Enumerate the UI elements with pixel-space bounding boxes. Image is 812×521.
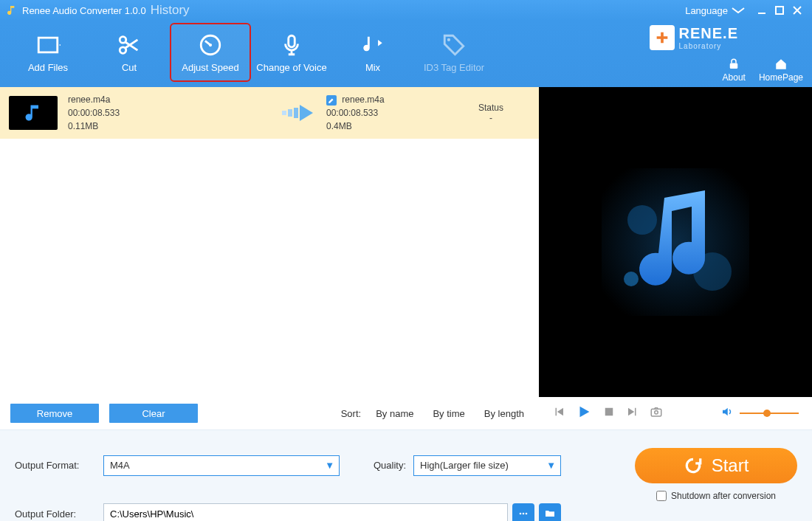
change-voice-label: Change of Voice [256, 62, 326, 73]
id3-editor-button[interactable]: ID3 Tag Editor [413, 23, 495, 82]
app-logo-icon [6, 4, 18, 16]
volume-slider[interactable] [740, 413, 799, 414]
refresh-icon [684, 456, 703, 475]
scissors-icon [117, 32, 142, 58]
preview-panel [539, 87, 812, 397]
output-file-name: renee.m4a [342, 94, 384, 105]
output-duration: 00:00:08.533 [326, 106, 452, 120]
svg-rect-10 [730, 63, 738, 69]
edit-icon[interactable] [326, 95, 337, 106]
svg-point-7 [209, 43, 212, 46]
minimize-button[interactable] [753, 4, 771, 17]
mix-button[interactable]: Mix [332, 23, 413, 82]
svg-rect-12 [288, 109, 292, 117]
chevron-down-icon [731, 7, 746, 14]
cut-button[interactable]: Cut [89, 23, 170, 82]
stop-button[interactable] [602, 405, 616, 421]
svg-rect-1 [776, 7, 783, 14]
film-plus-icon [35, 32, 61, 58]
svg-rect-8 [289, 35, 295, 47]
about-link[interactable]: About [723, 58, 746, 83]
sort-by-length[interactable]: By length [480, 408, 529, 419]
homepage-link[interactable]: HomePage [759, 58, 803, 83]
svg-point-22 [523, 513, 525, 515]
svg-point-9 [447, 38, 450, 41]
output-size: 0.4MB [326, 120, 452, 133]
svg-rect-19 [651, 409, 661, 416]
chevron-down-icon: ▼ [325, 460, 334, 471]
file-duration: 00:00:08.533 [68, 106, 275, 120]
svg-point-23 [526, 513, 528, 515]
music-note-artwork [539, 87, 812, 397]
language-label: Language [685, 5, 728, 16]
id3-label: ID3 Tag Editor [424, 62, 484, 73]
start-button[interactable]: Start [635, 448, 797, 483]
output-folder-label: Output Folder: [15, 508, 96, 520]
file-list: renee.m4a 00:00:08.533 0.11MB renee.m4a … [0, 87, 539, 397]
status-header: Status [452, 103, 530, 113]
sort-by-time[interactable]: By time [428, 408, 469, 419]
app-title: Renee Audio Converter 1.0.0 [22, 5, 146, 16]
medkit-icon [650, 25, 675, 50]
change-voice-button[interactable]: Change of Voice [251, 23, 332, 82]
file-row[interactable]: renee.m4a 00:00:08.533 0.11MB renee.m4a … [0, 87, 539, 139]
sort-by-name[interactable]: By name [371, 408, 418, 419]
clear-button[interactable]: Clear [109, 404, 198, 423]
file-name: renee.m4a [68, 93, 275, 106]
microphone-icon [279, 32, 304, 58]
cut-label: Cut [122, 62, 137, 73]
next-button[interactable] [626, 405, 639, 421]
shutdown-checkbox[interactable]: Shutdown after conversion [656, 491, 776, 501]
lock-icon [727, 58, 740, 71]
quality-select[interactable]: High(Larger file size) ▼ [413, 455, 561, 476]
home-icon [774, 58, 788, 71]
close-button[interactable] [788, 4, 806, 17]
add-files-label: Add Files [28, 62, 68, 73]
svg-rect-11 [282, 111, 286, 115]
history-link[interactable]: History [151, 3, 190, 18]
gauge-icon [198, 32, 223, 58]
output-format-select[interactable]: M4A ▼ [103, 455, 340, 476]
adjust-speed-button[interactable]: Adjust Speed [170, 23, 251, 82]
browse-folder-button[interactable] [539, 503, 561, 521]
volume-icon[interactable] [720, 405, 734, 421]
status-value: - [452, 113, 530, 123]
file-size: 0.11MB [68, 120, 275, 133]
tag-icon [441, 32, 467, 58]
brand-name: RENE.E [679, 25, 738, 42]
svg-rect-14 [602, 168, 749, 316]
mix-note-icon [360, 32, 385, 58]
mix-label: Mix [365, 62, 380, 73]
brand-sub: Laboratory [679, 42, 738, 50]
svg-point-17 [624, 272, 639, 286]
maximize-button[interactable] [771, 4, 788, 17]
more-button[interactable] [512, 503, 534, 521]
snapshot-button[interactable] [650, 405, 663, 421]
adjust-speed-label: Adjust Speed [182, 62, 238, 73]
chevron-down-icon: ▼ [546, 460, 556, 471]
output-format-label: Output Format: [15, 460, 96, 471]
add-files-button[interactable]: Add Files [7, 23, 89, 82]
svg-point-20 [655, 411, 658, 415]
remove-button[interactable]: Remove [10, 404, 99, 423]
file-thumbnail [9, 96, 58, 130]
svg-point-21 [520, 513, 522, 515]
arrow-icon [275, 103, 326, 123]
quality-label: Quality: [347, 460, 406, 471]
svg-rect-18 [605, 408, 613, 416]
brand-logo: RENE.E Laboratory [650, 25, 738, 50]
play-button[interactable] [576, 404, 592, 423]
prev-button[interactable] [552, 405, 565, 421]
sort-label: Sort: [341, 408, 361, 419]
language-dropdown[interactable]: Language [685, 5, 746, 16]
svg-rect-13 [294, 108, 298, 118]
shutdown-checkbox-input[interactable] [656, 491, 667, 501]
svg-point-15 [627, 205, 657, 235]
output-folder-input[interactable] [103, 503, 508, 521]
